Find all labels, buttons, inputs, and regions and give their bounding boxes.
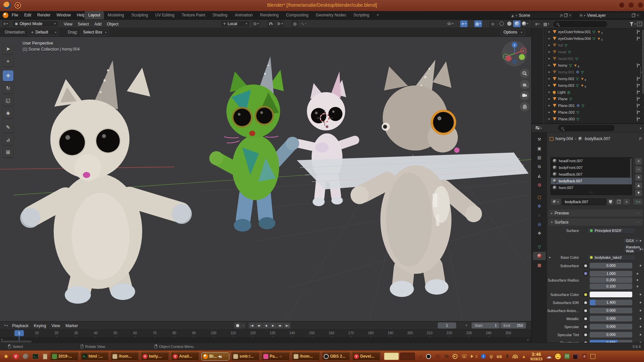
dropdown-field[interactable]: GGX▾ (623, 238, 640, 244)
play-circle-icon[interactable]: ▶ (452, 354, 458, 359)
add-slot-button[interactable]: + (635, 158, 642, 165)
playhead-badge[interactable]: 1 (14, 330, 24, 336)
browse-material-dropdown[interactable]: ▾ (550, 198, 561, 205)
slider-metallic[interactable]: 0.000 (590, 316, 632, 321)
workspace-tab-sculpting[interactable]: Sculpting (128, 11, 152, 19)
phone-icon[interactable]: ☏ (461, 353, 468, 359)
task-button-smb[interactable]: smb:/... (231, 352, 260, 361)
material-slot[interactable]: headFront.007 (551, 158, 632, 164)
outliner-row[interactable]: ▶horny.002▽▼6 (532, 75, 644, 82)
outliner-row[interactable]: ▶Plane.002▽ (532, 109, 644, 116)
dictionary-icon[interactable]: a (582, 354, 587, 359)
workspace-tab-scripting[interactable]: Scripting (350, 11, 373, 19)
drag-mode-dropdown[interactable]: Select Box▾ (80, 29, 109, 36)
tool-scale[interactable]: ◱ (3, 95, 13, 106)
eye-open-icon[interactable] (637, 63, 638, 67)
outliner-display-mode-dropdown[interactable]: ▤▾ (542, 21, 550, 27)
properties-tab-world[interactable]: ◍ (533, 180, 546, 189)
viewport-menu-object[interactable]: Object (104, 20, 121, 28)
skip-start-button[interactable]: |◀ (249, 322, 256, 328)
properties-options-chevron[interactable]: ▾ (640, 126, 641, 130)
task-button-anali[interactable]: VAnali... (171, 352, 200, 361)
properties-tab-view-layer[interactable]: ⧉ (533, 162, 546, 171)
slider-subsurface-aniso-[interactable]: 0.000 (590, 308, 632, 313)
workspace-pager-inactive[interactable] (400, 353, 415, 360)
keyboard-layout-icon[interactable]: us (496, 354, 502, 359)
window-menu-button[interactable]: ▾ (618, 2, 625, 9)
show-overlays-dropdown[interactable]: ◍▾ (474, 20, 482, 27)
tool-transform[interactable]: ◈ (3, 108, 13, 118)
outliner-row[interactable]: ▶head.001▽ (532, 55, 644, 62)
workspace-pager-active[interactable] (384, 353, 399, 360)
outliner-row[interactable]: ▶head▽ (532, 49, 644, 55)
vector-slider[interactable]: 0.100 (590, 284, 632, 289)
xray-toggle[interactable]: ⧈ (489, 20, 496, 27)
outliner-filter-dropdown[interactable]: ▾ (630, 22, 636, 26)
launcher-vivaldi[interactable]: V (12, 353, 19, 360)
outliner-scrollbar[interactable] (642, 30, 644, 94)
eye-open-icon[interactable] (637, 117, 638, 121)
animate-toggle[interactable] (583, 300, 588, 305)
transform-orientation-dropdown[interactable]: ✛ Local▾ (220, 20, 250, 27)
launcher-file-cabinet[interactable] (41, 353, 49, 360)
surface-panel-header[interactable]: ▾Surface∷∷ (548, 219, 643, 226)
vector-slider[interactable]: 1.000 (590, 271, 632, 277)
scissors-icon[interactable]: % (444, 354, 448, 359)
animate-toggle[interactable] (583, 292, 588, 297)
keyframe-dot[interactable] (637, 273, 638, 275)
close-button[interactable]: × (637, 2, 644, 9)
usb-icon[interactable]: ψ (489, 354, 493, 359)
weather-icon[interactable]: ☁ (546, 353, 551, 360)
menu-render[interactable]: Render (34, 11, 53, 19)
viewlayer-selector[interactable]: ⧉▾ ViewLayer × (578, 12, 641, 19)
viewport-menu-view[interactable]: View (61, 20, 75, 28)
properties-tab-modifiers[interactable]: ⚙ (533, 202, 546, 210)
shading-rendered-button[interactable]: ▾ (521, 20, 529, 27)
properties-tab-scene[interactable]: ◭ (533, 171, 546, 180)
timeline-editor-type-dropdown[interactable]: ◔▾ (2, 322, 9, 329)
unlink-scene-icon[interactable]: × (569, 13, 571, 18)
eye-open-icon[interactable] (637, 90, 638, 94)
keying-set-chevron[interactable]: ▾ (241, 322, 246, 328)
pin-icon[interactable]: ⚲ (559, 13, 564, 17)
object-visibility-dropdown[interactable]: ▾ (446, 20, 454, 27)
outliner-row[interactable]: ▶horny.003▽▼6 (532, 82, 644, 89)
workspace-tab-texture-paint[interactable]: Texture Paint (178, 11, 209, 19)
eye-open-icon[interactable] (637, 97, 638, 101)
keyframe-dot[interactable] (640, 334, 641, 336)
menu-window[interactable]: Window (53, 11, 74, 19)
material-slot[interactable]: headBack.007 (551, 171, 632, 178)
new-scene-icon[interactable] (564, 14, 567, 17)
outliner-row[interactable]: ▶eyeOuterYellow.004▽▼2 (532, 35, 644, 42)
vector-slider[interactable]: 0.200 (590, 277, 632, 283)
volume-icon[interactable]: )) (471, 355, 477, 358)
remove-viewlayer-icon[interactable]: × (637, 13, 639, 18)
properties-tab-constraints[interactable]: ✥ (533, 229, 546, 237)
keyframe-dot[interactable] (637, 279, 638, 281)
pivot-point-dropdown[interactable]: ⊙▾ (252, 20, 260, 27)
preview-panel-header[interactable]: ▸Preview∷∷ (548, 209, 643, 217)
task-button-devel[interactable]: VDevel... (352, 352, 381, 361)
tool-rotate[interactable]: ↻ (3, 83, 13, 94)
timeline-menu-playback[interactable]: Playback (9, 322, 31, 329)
properties-tab-material[interactable] (533, 252, 546, 260)
slot-move-down-button[interactable]: ▼ (635, 189, 642, 196)
task-button-bl[interactable]: Bl...◀)) (201, 352, 230, 361)
animate-toggle[interactable] (583, 332, 588, 338)
slot-scrollbar[interactable] (630, 158, 632, 178)
timeline-menu-marker[interactable]: Marker (63, 322, 80, 329)
material-slot[interactable]: bodyFront.007 (551, 164, 632, 171)
editor-type-dropdown[interactable]: ⌗▾ (2, 20, 9, 27)
outliner-row[interactable]: ▶full▽ (532, 42, 644, 49)
clock[interactable]: 3:46 9/28/23 (530, 352, 543, 361)
tool-tweak-select[interactable]: ➤ (3, 44, 13, 54)
breadcrumb-object[interactable]: horny.004 (555, 136, 573, 141)
remove-slot-button[interactable]: − (635, 166, 642, 173)
properties-tab-output[interactable]: ▤ (533, 153, 546, 162)
obs-icon[interactable] (426, 354, 431, 359)
tool-measure[interactable]: ⊿ (3, 134, 13, 145)
outliner-row[interactable]: ▶Plane.001⚙▽ (532, 102, 644, 109)
microphone-icon[interactable] (506, 354, 509, 358)
proportional-falloff-dropdown[interactable]: ∿▾ (300, 20, 307, 27)
material-slot[interactable]: horn.007 (551, 184, 632, 191)
